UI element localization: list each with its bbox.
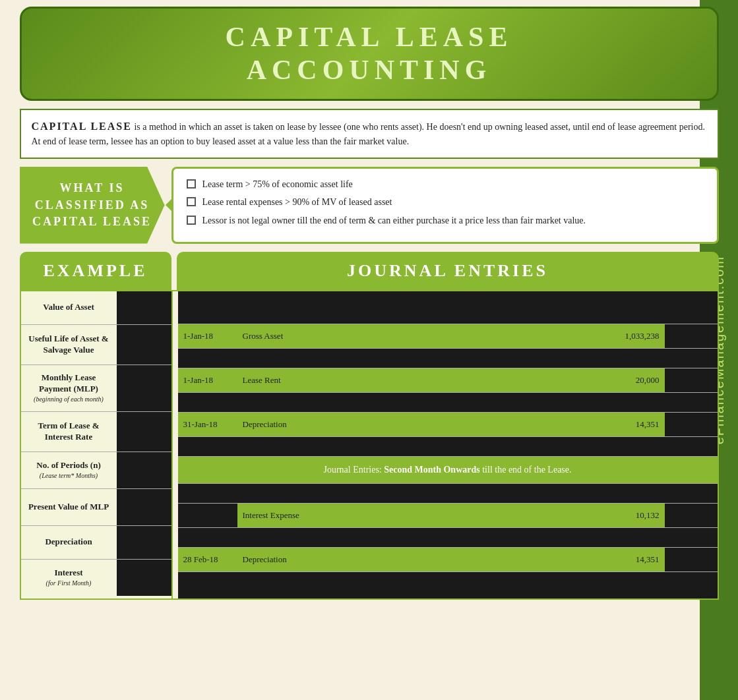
example-label-pv: Present Value of MLP	[21, 489, 117, 525]
journal-row-dark-3	[178, 393, 718, 413]
journal-row-dark-6	[178, 528, 718, 548]
journal-row-dark-1	[178, 291, 718, 324]
example-row-interest: Interest(for First Month)	[21, 560, 171, 596]
criteria-item-1: Lease term > 75% of economic asset life	[187, 178, 704, 191]
journal-row-text: Journal Entries: Second Month Onwards ti…	[178, 457, 718, 484]
criteria-item-2: Lease rental expenses > 90% of MV of lea…	[187, 196, 704, 209]
journal-date-3: 31-Jan-18	[178, 413, 237, 436]
example-row-periods: No. of Periods (n)(Lease term* Months)	[21, 452, 171, 489]
journal-desc-lease-rent: Lease Rent	[237, 368, 599, 392]
journal-date-5: 28 Feb-18	[178, 548, 237, 571]
example-input-pv[interactable]	[117, 489, 171, 525]
classified-row: WHAT IS CLASSIFIED AS CAPITAL LEASE Leas…	[20, 167, 719, 244]
description-text: is a method in which an asset is taken o…	[32, 122, 706, 147]
journal-extra-3	[665, 413, 718, 436]
example-label-mlp: Monthly Lease Payment (MLP)(beginning of…	[21, 365, 117, 411]
classified-label-text: WHAT IS CLASSIFIED AS CAPITAL LEASE	[32, 180, 152, 230]
example-input-depreciation[interactable]	[117, 526, 171, 559]
section-headers: EXAMPLE JOURNAL ENTRIES	[20, 252, 719, 290]
example-label-depreciation: Depreciation	[21, 526, 117, 559]
title-text: CAPITAL LEASE ACCOUNTING	[42, 20, 697, 87]
journal-desc-gross-asset: Gross Asset	[237, 324, 599, 348]
journal-row-depr-feb: 28 Feb-18 Depreciation 14,351	[178, 548, 718, 572]
criteria-text-2: Lease rental expenses > 90% of MV of lea…	[202, 196, 392, 209]
journal-row-dark-4	[178, 437, 718, 457]
journal-amount-depr-feb: 14,351	[599, 548, 665, 571]
journal-amount-gross-asset: 1,033,238	[599, 324, 665, 348]
criteria-item-3: Lessor is not legal owner till the end o…	[187, 214, 704, 227]
journal-extra-5	[665, 548, 718, 571]
journal-row-gross-asset: 1-Jan-18 Gross Asset 1,033,238	[178, 324, 718, 349]
main-container: CAPITAL LEASE ACCOUNTING CAPITAL LEASE i…	[20, 0, 719, 606]
checkbox-2	[187, 197, 196, 206]
journal-row-dark-5	[178, 484, 718, 504]
example-col: Value of Asset Useful Life of Asset & Sa…	[21, 291, 173, 598]
content-area: Value of Asset Useful Life of Asset & Sa…	[20, 290, 719, 600]
journal-extra-1	[665, 324, 718, 348]
journal-col: 1-Jan-18 Gross Asset 1,033,238 1-Jan-18 …	[178, 291, 718, 598]
journal-amount-depr-jan: 14,351	[599, 413, 665, 436]
journal-row-depr-jan: 31-Jan-18 Depreciation 14,351	[178, 413, 718, 437]
example-label-value-of-asset: Value of Asset	[21, 291, 117, 324]
journal-extra-4	[665, 504, 718, 527]
journal-amount-interest: 10,132	[599, 504, 665, 527]
example-input-mlp[interactable]	[117, 365, 171, 411]
example-row-depreciation: Depreciation	[21, 526, 171, 560]
example-header: EXAMPLE	[20, 252, 171, 290]
journal-row-interest-expense: Interest Expense 10,132	[178, 504, 718, 528]
example-input-value-of-asset[interactable]	[117, 291, 171, 324]
journal-date-4	[178, 504, 237, 527]
title-box: CAPITAL LEASE ACCOUNTING	[20, 7, 719, 101]
journal-amount-lease-rent: 20,000	[599, 368, 665, 392]
criteria-text-3: Lessor is not legal owner till the end o…	[202, 214, 586, 227]
checkbox-1	[187, 179, 196, 189]
example-row-value-of-asset: Value of Asset	[21, 291, 171, 325]
journal-date-1: 1-Jan-18	[178, 324, 237, 348]
example-label-periods: No. of Periods (n)(Lease term* Months)	[21, 452, 117, 488]
journal-row-dark-2	[178, 349, 718, 368]
journal-row-dark-7	[178, 572, 718, 598]
checkbox-3	[187, 216, 196, 225]
example-row-mlp: Monthly Lease Payment (MLP)(beginning of…	[21, 365, 171, 412]
keyword: CAPITAL LEASE	[32, 121, 132, 132]
example-input-periods[interactable]	[117, 452, 171, 488]
example-input-interest[interactable]	[117, 560, 171, 596]
journal-header: JOURNAL ENTRIES	[177, 252, 719, 290]
classified-label: WHAT IS CLASSIFIED AS CAPITAL LEASE	[20, 167, 165, 244]
journal-text-normal: Journal Entries:	[323, 465, 384, 475]
example-label-useful-life: Useful Life of Asset & Salvage Value	[21, 325, 117, 365]
journal-desc-depr-jan: Depreciation	[237, 413, 599, 436]
description-box: CAPITAL LEASE is a method in which an as…	[20, 109, 719, 159]
example-row-useful-life: Useful Life of Asset & Salvage Value	[21, 325, 171, 365]
example-input-term-rate[interactable]	[117, 412, 171, 452]
journal-extra-2	[665, 368, 718, 392]
example-input-useful-life[interactable]	[117, 325, 171, 365]
example-label-term-rate: Term of Lease & Interest Rate	[21, 412, 117, 452]
journal-row-lease-rent: 1-Jan-18 Lease Rent 20,000	[178, 368, 718, 393]
journal-desc-interest: Interest Expense	[237, 504, 599, 527]
example-row-pv: Present Value of MLP	[21, 489, 171, 526]
journal-desc-depr-feb: Depreciation	[237, 548, 599, 571]
example-row-term-rate: Term of Lease & Interest Rate	[21, 412, 171, 452]
journal-text-bold: Second Month Onwards	[384, 465, 479, 475]
classified-criteria: Lease term > 75% of economic asset life …	[171, 167, 719, 244]
example-label-interest: Interest(for First Month)	[21, 560, 117, 596]
criteria-text-1: Lease term > 75% of economic asset life	[202, 178, 353, 191]
journal-text-after: till the end of the Lease.	[480, 465, 572, 475]
journal-date-2: 1-Jan-18	[178, 368, 237, 392]
